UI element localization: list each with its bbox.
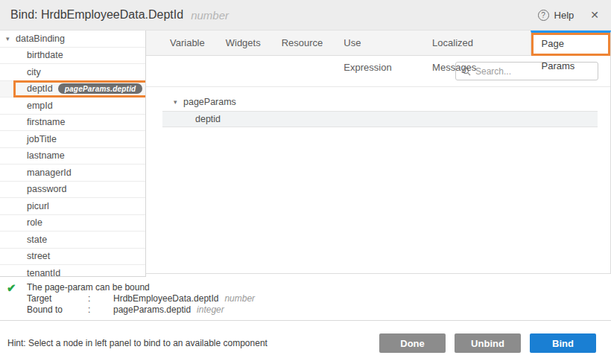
tree-node-databinding[interactable]: ▾ dataBinding [0, 31, 145, 48]
tree-item-picurl[interactable]: picurl [0, 198, 145, 215]
bound-param-badge: pageParams.deptid [58, 83, 143, 94]
status-value-type: integer [197, 304, 224, 316]
tree-item-street[interactable]: street [0, 249, 145, 266]
chevron-down-icon: ▾ [174, 98, 183, 106]
tree-item-label: state [27, 234, 47, 245]
tree-item-label: deptId [27, 83, 53, 94]
tab-content: ▾ pageParams deptid [146, 56, 611, 274]
tab-page-params[interactable]: Page Params [531, 31, 611, 56]
tree-item-firstname[interactable]: firstname [0, 115, 145, 132]
tree-item-deptid[interactable]: deptIdpageParams.deptid [0, 81, 145, 98]
tree-item-label: picurl [27, 201, 49, 211]
tree-item-label: firstname [27, 117, 65, 127]
bind-button[interactable]: Bind [530, 333, 596, 353]
status-target-row: Target : HrdbEmployeeData.deptId number [27, 293, 255, 304]
tree-item-empid[interactable]: empId [0, 98, 145, 115]
status-lines: The page-param can be bound Target : Hrd… [27, 282, 255, 316]
status-boundto-row: Bound to : pageParams.deptid integer [27, 304, 255, 316]
tree-item-label: street [27, 251, 50, 261]
tree-item-label: jobTitle [27, 134, 57, 144]
close-icon[interactable]: ✕ [590, 9, 599, 21]
done-button[interactable]: Done [379, 333, 446, 353]
tab-resource[interactable]: Resource [271, 31, 334, 55]
tree-item-jobtitle[interactable]: jobTitle [0, 131, 145, 148]
status-label: Target [27, 293, 88, 304]
annotation-highlight-box: deptIdpageParams.deptid [13, 80, 146, 98]
status-label: Bound to [27, 304, 88, 316]
tab-widgets[interactable]: Widgets [215, 31, 271, 55]
tree-item-label: lastname [27, 150, 65, 161]
dialog-title-type: number [191, 9, 229, 22]
dialog-title: Bind: HrdbEmployeeData.DeptId [10, 8, 183, 22]
status-message: The page-param can be bound [27, 282, 255, 293]
status-colon: : [88, 304, 113, 316]
tree-item-state[interactable]: state [0, 232, 145, 249]
page-param-item-deptid[interactable]: deptid [162, 111, 598, 127]
tree-item-label: city [27, 67, 41, 77]
tree-item-lastname[interactable]: lastname [0, 148, 145, 165]
tree-item-label: birthdate [27, 50, 63, 60]
tab-bar: VariableWidgetsResourceUse ExpressionLoc… [146, 31, 611, 56]
tree-item-label: password [27, 184, 67, 194]
status-colon: : [88, 293, 113, 304]
hint-text: Hint: Select a node in left panel to bin… [7, 338, 267, 348]
unbind-button[interactable]: Unbind [455, 333, 521, 353]
header-actions: ? Help ✕ [538, 9, 599, 21]
tree-item-label: managerId [27, 167, 72, 178]
binding-status: ✔ The page-param can be bound Target : H… [0, 277, 611, 321]
binding-source-panel: VariableWidgetsResourceUse ExpressionLoc… [146, 31, 611, 277]
page-params-tree: ▾ pageParams deptid [146, 87, 610, 127]
chevron-down-icon: ▾ [6, 35, 16, 42]
help-link[interactable]: Help [554, 10, 574, 21]
checkmark-icon: ✔ [7, 282, 27, 316]
binding-tree-panel: ▾ dataBinding birthdatecitydeptIdpagePar… [0, 31, 146, 277]
tree-item-managerid[interactable]: managerId [0, 165, 145, 182]
tab-use-expression[interactable]: Use Expression [333, 31, 422, 55]
tree-item-label: tenantId [27, 268, 60, 277]
status-value: pageParams.deptid [113, 304, 191, 316]
dialog-footer: Hint: Select a node in left panel to bin… [0, 321, 611, 364]
dialog-header: Bind: HrdbEmployeeData.DeptId number ? H… [0, 0, 611, 31]
tree-node-label: dataBinding [16, 33, 65, 44]
tab-localized-messages[interactable]: Localized Messages [422, 31, 530, 55]
dialog-body: ▾ dataBinding birthdatecitydeptIdpagePar… [0, 31, 611, 277]
tab-variable[interactable]: Variable [159, 31, 215, 55]
status-value: HrdbEmployeeData.deptId [113, 293, 218, 304]
tree-node-pageparams[interactable]: ▾ pageParams [146, 94, 610, 109]
help-icon[interactable]: ? [538, 10, 549, 21]
tree-item-password[interactable]: password [0, 182, 145, 199]
status-value-type: number [224, 293, 255, 304]
tree-item-label: role [27, 217, 42, 228]
tree-node-label: pageParams [183, 97, 236, 107]
tree-item-label: empId [27, 100, 53, 111]
tree-item-tenantid[interactable]: tenantId [0, 265, 145, 277]
tree-item-role[interactable]: role [0, 215, 145, 232]
footer-buttons: Done Unbind Bind [379, 333, 596, 353]
search-box[interactable] [455, 62, 598, 80]
tree-item-city[interactable]: city [0, 64, 145, 81]
tree-item-birthdate[interactable]: birthdate [0, 48, 145, 65]
